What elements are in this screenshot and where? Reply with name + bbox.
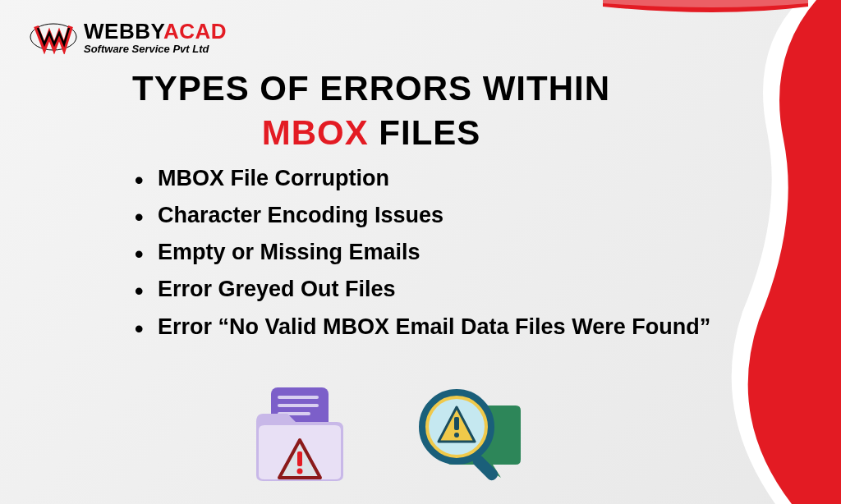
list-item: Error Greyed Out Files <box>131 273 726 305</box>
top-accent-decoration <box>603 0 808 21</box>
list-item: Character Encoding Issues <box>131 199 726 231</box>
list-item: Error “No Valid MBOX Email Data Files We… <box>131 311 726 343</box>
svg-rect-2 <box>278 396 319 399</box>
svg-point-11 <box>454 433 459 438</box>
main-heading: TYPES OF ERRORS WITHIN MBOX FILES <box>0 69 742 153</box>
heading-line1: TYPES OF ERRORS WITHIN <box>0 69 742 108</box>
svg-point-6 <box>297 469 303 474</box>
logo-acad: ACAD <box>163 19 227 44</box>
svg-rect-10 <box>454 417 459 430</box>
icons-row <box>246 381 526 488</box>
svg-rect-3 <box>278 404 319 407</box>
svg-rect-5 <box>297 451 302 466</box>
heading-line2: MBOX FILES <box>0 113 742 153</box>
logo-brand-text: WEBBYACAD <box>84 21 227 42</box>
heading-mbox: MBOX <box>262 113 369 152</box>
logo-mark-icon <box>30 20 77 54</box>
logo-tagline: Software Service Pvt Ltd <box>84 44 227 54</box>
company-logo: WEBBYACAD Software Service Pvt Ltd <box>30 20 227 54</box>
error-list: MBOX File Corruption Character Encoding … <box>131 163 726 348</box>
list-item: Empty or Missing Emails <box>131 236 726 268</box>
list-item: MBOX File Corruption <box>131 163 726 195</box>
folder-warning-icon <box>246 381 361 488</box>
heading-files: FILES <box>369 113 481 152</box>
logo-webby: WEBBY <box>84 19 163 44</box>
magnify-warning-icon <box>411 381 526 488</box>
